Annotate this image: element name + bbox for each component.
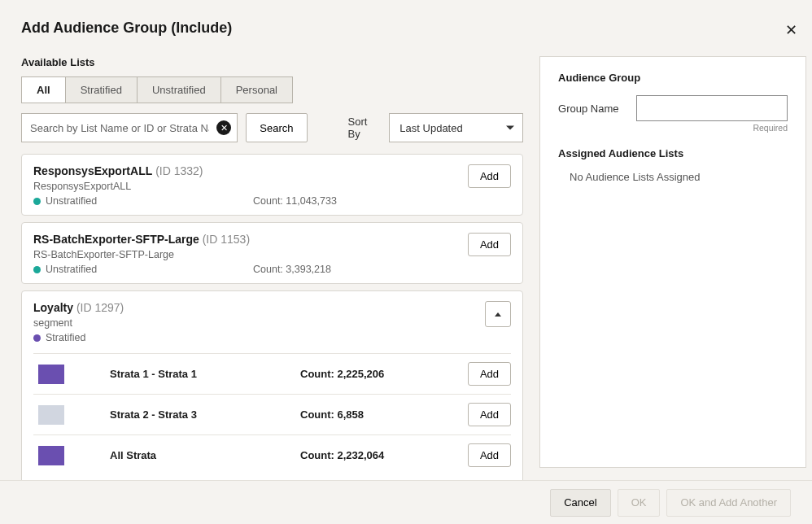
add-list-button[interactable]: Add <box>468 164 511 188</box>
strata-count: Count: 2,225,206 <box>300 368 468 380</box>
strata-name: All Strata <box>64 449 300 461</box>
search-input[interactable] <box>21 113 238 142</box>
list-cards: ResponsysExportALL (ID 1332) ResponsysEx… <box>21 154 523 484</box>
audience-group-heading: Audience Group <box>558 72 788 84</box>
ok-button[interactable]: OK <box>618 489 661 517</box>
close-button[interactable]: ✕ <box>785 23 797 37</box>
audience-group-panel: Audience Group Group Name Required Assig… <box>539 56 806 468</box>
add-strata-button[interactable]: Add <box>468 403 511 426</box>
filter-tabs: All Stratified Unstratified Personal <box>21 76 523 103</box>
main-area: Available Lists All Stratified Unstratif… <box>21 56 791 484</box>
group-name-field-row: Group Name <box>558 95 788 121</box>
list-count: Count: 3,393,218 <box>253 264 331 275</box>
strata-row: Strata 2 - Strata 3 Count: 6,858 Add <box>33 395 511 435</box>
sort-select[interactable]: Last Updated <box>389 113 523 142</box>
list-title: ResponsysExportALL (ID 1332) <box>33 164 337 177</box>
strata-name: Strata 1 - Strata 1 <box>64 368 300 380</box>
add-list-button[interactable]: Add <box>468 233 511 256</box>
chevron-up-icon <box>495 312 501 317</box>
unstratified-dot-icon <box>33 266 41 273</box>
unstratified-dot-icon <box>33 198 41 205</box>
search-button[interactable]: Search <box>246 113 307 142</box>
add-strata-button[interactable]: Add <box>468 443 511 467</box>
stratification-badge: Unstratified <box>33 264 253 275</box>
available-lists-panel: Available Lists All Stratified Unstratif… <box>21 56 523 484</box>
tab-all[interactable]: All <box>21 76 66 103</box>
search-wrapper: ✕ <box>21 113 238 142</box>
stratified-dot-icon <box>33 334 41 342</box>
stratification-badge: Stratified <box>33 332 124 343</box>
tab-stratified[interactable]: Stratified <box>65 76 138 103</box>
sort-by-label: Sort By <box>348 116 382 140</box>
search-sort-row: ✕ Search Sort By Last Updated <box>21 113 523 142</box>
required-hint: Required <box>558 123 788 133</box>
strata-list: Strata 1 - Strata 1 Count: 2,225,206 Add… <box>33 353 511 475</box>
tab-unstratified[interactable]: Unstratified <box>137 76 221 103</box>
dialog-footer: Cancel OK OK and Add Another <box>0 480 812 524</box>
strata-count: Count: 6,858 <box>300 408 468 421</box>
close-icon: ✕ <box>785 22 797 38</box>
stratification-badge: Unstratified <box>33 195 253 207</box>
collapse-button[interactable] <box>485 301 511 327</box>
list-title: RS-BatchExporter-SFTP-Large (ID 1153) <box>33 233 331 246</box>
group-name-label: Group Name <box>558 103 626 115</box>
sort-selected-value: Last Updated <box>399 122 462 134</box>
chevron-down-icon <box>506 126 514 130</box>
add-strata-button[interactable]: Add <box>468 362 511 386</box>
strata-swatch <box>38 405 64 425</box>
group-name-input[interactable] <box>636 95 788 121</box>
strata-swatch <box>38 365 64 384</box>
list-card-expanded: Loyalty (ID 1297) segment Stratified <box>21 290 523 484</box>
list-subtitle: RS-BatchExporter-SFTP-Large <box>33 249 331 260</box>
list-subtitle: segment <box>33 317 124 329</box>
add-audience-group-dialog: ✕ Add Audience Group (Include) Available… <box>0 0 812 484</box>
list-count: Count: 11,043,733 <box>253 195 337 207</box>
clear-search-icon[interactable]: ✕ <box>216 120 231 135</box>
list-title: Loyalty (ID 1297) <box>33 301 124 314</box>
strata-name: Strata 2 - Strata 3 <box>64 408 300 421</box>
list-card: ResponsysExportALL (ID 1332) ResponsysEx… <box>21 154 523 216</box>
assigned-lists-empty: No Audience Lists Assigned <box>558 171 788 183</box>
strata-row: Strata 1 - Strata 1 Count: 2,225,206 Add <box>33 354 511 395</box>
available-lists-heading: Available Lists <box>21 56 523 68</box>
list-subtitle: ResponsysExportALL <box>33 181 337 192</box>
dialog-title: Add Audience Group (Include) <box>21 20 791 37</box>
strata-count: Count: 2,232,064 <box>300 449 468 461</box>
strata-swatch <box>38 446 64 465</box>
ok-add-another-button[interactable]: OK and Add Another <box>666 489 791 517</box>
cancel-button[interactable]: Cancel <box>550 489 610 517</box>
assigned-lists-heading: Assigned Audience Lists <box>558 147 788 159</box>
strata-row: All Strata Count: 2,232,064 Add <box>33 435 511 475</box>
tab-personal[interactable]: Personal <box>220 76 293 103</box>
list-card: RS-BatchExporter-SFTP-Large (ID 1153) RS… <box>21 222 523 284</box>
